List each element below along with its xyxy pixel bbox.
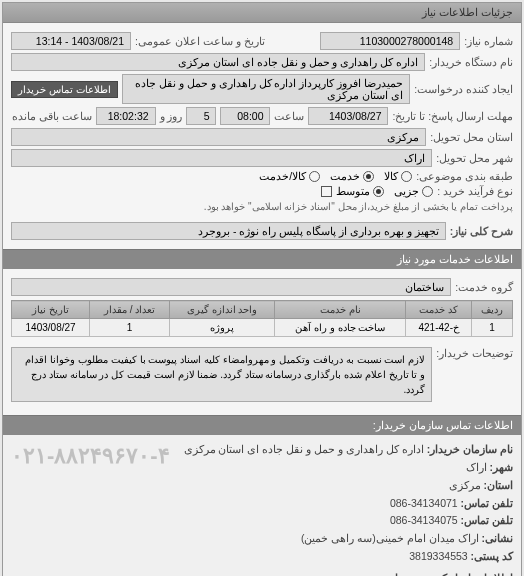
service-group-value: ساختمان <box>11 278 451 296</box>
remain-label: ساعت باقی مانده <box>12 110 92 122</box>
th-name: نام خدمت <box>275 301 406 319</box>
deadline-date: 1403/08/27 <box>308 107 388 125</box>
c-fax-value: 34134075-086 <box>390 514 458 526</box>
time-label-1: ساعت <box>274 110 304 122</box>
services-header: اطلاعات خدمات مورد نیاز <box>3 249 521 269</box>
city-label: شهر محل تحویل: <box>436 152 513 164</box>
subject-value: تجهیز و بهره برداری از پاسگاه پلیس راه ن… <box>11 222 446 240</box>
treasury-checkbox[interactable] <box>321 186 332 197</box>
th-qty: تعداد / مقدار <box>90 301 170 319</box>
services-table: ردیف کد خدمت نام خدمت واحد اندازه گیری ت… <box>11 300 513 337</box>
radio-small[interactable]: جزیی <box>394 185 433 197</box>
buyer-contact-button[interactable]: اطلاعات تماس خریدار <box>11 81 118 98</box>
details-panel: جزئیات اطلاعات نیاز شماره نیاز: 11030002… <box>2 2 522 576</box>
td-row: 1 <box>471 319 512 337</box>
radio-kala-label: کالا <box>384 170 398 182</box>
number-label: شماره نیاز: <box>464 35 513 47</box>
deadline-time: 08:00 <box>220 107 270 125</box>
th-date: تاریخ نیاز <box>12 301 90 319</box>
c-address-label: نشانی: <box>482 532 514 544</box>
c-city-label: شهر: <box>490 461 514 473</box>
number-value: 1103000278000148 <box>320 32 460 50</box>
requester-value: حمیدرضا افروز کارپرداز اداره کل راهداری … <box>122 74 411 104</box>
td-qty: 1 <box>90 319 170 337</box>
subject-label: شرح کلی نیاز: <box>450 225 513 237</box>
purchase-type-label: نوع فرآیند خرید : <box>437 185 513 197</box>
c-post-label: کد پستی: <box>471 550 513 562</box>
panel-title: جزئیات اطلاعات نیاز <box>3 3 521 23</box>
budget-label: طبقه بندی موضوعی: <box>416 170 513 182</box>
radio-circle-icon <box>309 171 320 182</box>
table-header-row: ردیف کد خدمت نام خدمت واحد اندازه گیری ت… <box>12 301 513 319</box>
purchase-note: پرداخت تمام یا بخشی از مبلغ خرید،از محل … <box>204 201 513 212</box>
radio-khadamat-label: خدمت <box>330 170 360 182</box>
th-unit: واحد اندازه گیری <box>170 301 275 319</box>
th-code: کد خدمت <box>406 301 472 319</box>
creator-header: اطلاعات ایجاد کننده درخواست: <box>11 570 513 576</box>
province-value: مرکزی <box>11 128 426 146</box>
c-org-label: نام سازمان خریدار: <box>427 443 513 455</box>
big-phone: ۰۲۱-۸۸۲۴۹۶۷۰-۴ <box>11 437 170 474</box>
radio-both-label: کالا/خدمت <box>259 170 306 182</box>
radio-both[interactable]: کالا/خدمت <box>259 170 320 182</box>
c-fax-label: تلفن تماس: <box>461 514 513 526</box>
radio-medium-label: متوسط <box>336 185 370 197</box>
purchase-radio-group: جزیی متوسط <box>336 185 433 197</box>
c-province-value: مرکزی <box>449 479 481 491</box>
radio-circle-icon <box>422 186 433 197</box>
th-row: ردیف <box>471 301 512 319</box>
radio-small-label: جزیی <box>394 185 419 197</box>
radio-circle-checked-icon <box>373 186 384 197</box>
c-phone-value: 34134071-086 <box>390 497 458 509</box>
buyer-note: لازم است نسبت به دریافت وتکمیل و مهروامض… <box>11 347 432 402</box>
buyer-org-value: اداره کل راهداری و حمل و نقل جاده ای است… <box>11 53 425 71</box>
c-post-value: 3819334553 <box>409 550 467 562</box>
contact-header: اطلاعات تماس سازمان خریدار: <box>3 415 521 435</box>
days-label: روز و <box>160 110 183 122</box>
c-address-value: اراک میدان امام خمینی(سه راهی خمین) <box>301 532 479 544</box>
radio-circle-icon <box>401 171 412 182</box>
announce-value: 1403/08/21 - 13:14 <box>11 32 131 50</box>
radio-circle-checked-icon <box>363 171 374 182</box>
c-org-value: اداره کل راهداری و حمل و نقل جاده ای است… <box>184 443 424 455</box>
contact-section: ۰۲۱-۸۸۲۴۹۶۷۰-۴ نام سازمان خریدار: اداره … <box>3 435 521 576</box>
city-value: اراک <box>11 149 432 167</box>
announce-label: تاریخ و ساعت اعلان عمومی: <box>135 35 265 47</box>
radio-khadamat[interactable]: خدمت <box>330 170 374 182</box>
c-city-value: اراک <box>466 461 487 473</box>
td-date: 1403/08/27 <box>12 319 90 337</box>
td-code: خ-42-421 <box>406 319 472 337</box>
buyer-org-label: نام دستگاه خریدار: <box>429 56 513 68</box>
c-province-label: استان: <box>484 479 514 491</box>
service-group-label: گروه خدمت: <box>455 281 513 293</box>
table-row: 1 خ-42-421 ساخت جاده و راه آهن پروژه 1 1… <box>12 319 513 337</box>
panel-body: شماره نیاز: 1103000278000148 تاریخ و ساع… <box>3 23 521 249</box>
radio-kala[interactable]: کالا <box>384 170 412 182</box>
budget-radio-group: کالا خدمت کالا/خدمت <box>259 170 412 182</box>
radio-medium[interactable]: متوسط <box>336 185 384 197</box>
buyer-note-label: توضیحات خریدار: <box>436 343 513 359</box>
requester-label: ایجاد کننده درخواست: <box>414 83 513 95</box>
province-label: استان محل تحویل: <box>430 131 513 143</box>
td-name: ساخت جاده و راه آهن <box>275 319 406 337</box>
c-phone-label: تلفن تماس: <box>461 497 513 509</box>
remain-time: 18:02:32 <box>96 107 156 125</box>
td-unit: پروژه <box>170 319 275 337</box>
deadline-label: مهلت ارسال پاسخ: تا تاریخ: <box>392 110 513 122</box>
days-value: 5 <box>186 107 216 125</box>
